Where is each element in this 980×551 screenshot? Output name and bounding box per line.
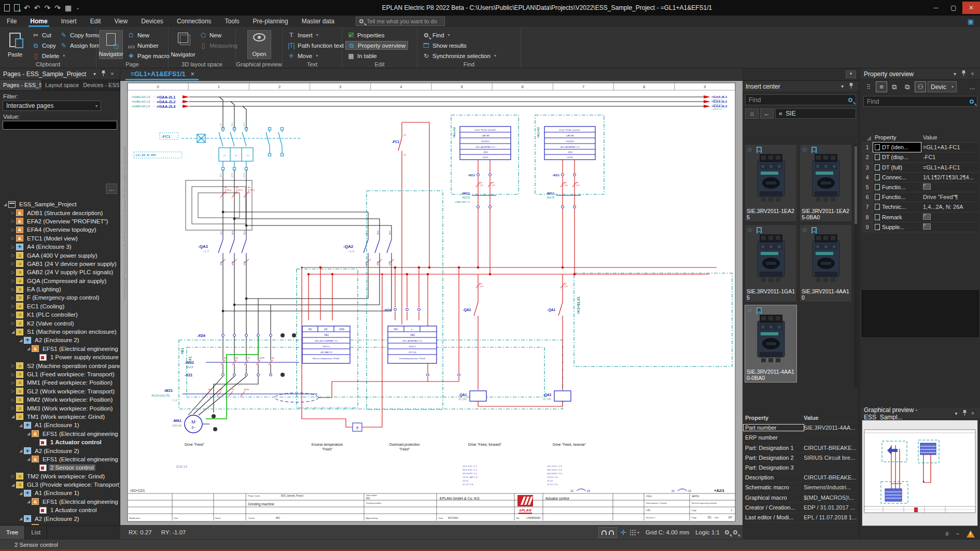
back-button[interactable]: ←	[760, 108, 774, 119]
delete-button[interactable]: ▯Delete▾	[30, 51, 67, 60]
grid-icon[interactable]	[629, 529, 636, 536]
tree-item[interactable]: ▷≡F (Emergency-stop control)	[0, 293, 120, 302]
tree-item[interactable]: ▷&ETC1 (Model view)	[0, 234, 120, 243]
menu-edit[interactable]: Edit	[83, 16, 108, 27]
tree-item[interactable]: ▷≡K1 (PLC controller)	[0, 310, 120, 319]
tree-item[interactable]: ◢✦A2 (Enclosure 2)	[0, 336, 120, 344]
3d-new-button[interactable]: ⬡New	[198, 31, 240, 39]
tree-item[interactable]: ◢✦A2 (Enclosure 2)	[0, 446, 120, 455]
menu-insert[interactable]: Insert	[54, 16, 83, 27]
tree-item[interactable]: ◢✦A2 (Enclosure 2)	[0, 514, 120, 522]
favorite-star-icon[interactable]: ☆	[802, 226, 808, 234]
undo-history-icon[interactable]: ↶	[34, 4, 40, 11]
tree-expander-icon[interactable]: ▷	[10, 236, 16, 241]
chevron-down-icon[interactable]: ▾	[952, 411, 960, 416]
chevron-down-icon[interactable]: ▾	[90, 71, 99, 77]
property-row[interactable]: 4Connec...1/L1¶2/T1¶3/L2¶4...	[862, 173, 979, 182]
menu-home[interactable]: Home	[23, 16, 54, 27]
detail-row[interactable]: Last editor / Modi...EPL / 11.07.2018 1.…	[744, 513, 858, 522]
list-view-icon[interactable]: ≡	[876, 81, 887, 92]
zoom-in-icon[interactable]	[725, 530, 729, 534]
warning-icon[interactable]	[967, 530, 975, 538]
tree-expander-icon[interactable]: ▷	[10, 261, 16, 266]
close-button[interactable]: ✕	[962, 2, 980, 14]
preview-open-button[interactable]: Open	[247, 30, 271, 59]
tree-view-icon[interactable]: ⫶⫶	[863, 81, 874, 92]
tree-item[interactable]: ◢&EFS1 (Electrical engineering sch...	[0, 430, 120, 438]
property-row[interactable]: 2DT (disp...-FC1	[862, 152, 979, 162]
tree-expander-icon[interactable]: ▷	[10, 295, 16, 300]
graphical-preview-body[interactable]	[862, 420, 978, 526]
plc-box-ke2[interactable]: IN3 + - -KE2 =K1+A2&EFA1/ 2.5 %IX3.2 -FC…	[388, 326, 437, 363]
tree-expander-icon[interactable]: ◢	[10, 483, 16, 487]
collapse-icon[interactable]: ▾	[846, 70, 856, 78]
tree-expander-icon[interactable]: ▷	[10, 253, 16, 258]
tree-item[interactable]: ▷≡K2 (Valve control)	[0, 319, 120, 327]
property-row[interactable]: 5Functio...	[862, 182, 979, 192]
tree-item[interactable]: 2 Sensor control	[0, 463, 120, 472]
tab-list[interactable]: List	[25, 526, 47, 539]
detail-row[interactable]: Part: Designation 1CIRCUIT-BREAKE...	[744, 443, 858, 453]
redo-history-icon[interactable]: ↷	[54, 4, 61, 11]
measuring-button[interactable]: ▯Measuring	[198, 41, 240, 50]
menu-master-data[interactable]: Master data	[295, 16, 341, 27]
part-card[interactable]: ☆SIE.3RV2011-1EA25	[745, 144, 797, 222]
tree-item[interactable]: ◢≡GL3 (Provide workpiece: Transport)	[0, 481, 120, 489]
tree-expander-icon[interactable]: ◢	[10, 414, 16, 419]
maximize-button[interactable]: ▢	[945, 2, 962, 14]
tree-item[interactable]: ▷≡GAB1 (24 V device power supply)	[0, 260, 120, 268]
detail-row[interactable]: Schematic macroSiemens\Industri...	[744, 483, 858, 492]
properties-button[interactable]: 🗹Properties	[345, 31, 408, 39]
tree-item[interactable]: ◢≡S1 (Machine operation enclosure)	[0, 328, 120, 336]
paste-icon[interactable]: ⧉	[902, 81, 913, 92]
detail-row[interactable]: ERP number	[744, 433, 858, 443]
property-row[interactable]: 8Remark	[862, 213, 979, 222]
detail-row[interactable]: DescriptionCIRCUIT-BREAKE...	[744, 473, 858, 483]
favorite-star-icon[interactable]: ☆	[747, 306, 753, 314]
more-button[interactable]: ...	[967, 81, 978, 92]
tree-item[interactable]: ▷≡MM1 (Feed workpiece: Position)	[0, 378, 120, 387]
tree-expander-icon[interactable]: ◢	[18, 516, 24, 521]
pin-icon[interactable]	[960, 410, 969, 417]
tree-expander-icon[interactable]: ▷	[10, 474, 16, 478]
favorite-star-icon[interactable]: ☆	[747, 226, 753, 234]
favorite-star-icon[interactable]: ☆	[747, 146, 753, 153]
property-overview-button[interactable]: ⧉Property overview	[345, 41, 408, 50]
tree-item[interactable]: ◢&EFS1 (Electrical engineering sch...	[0, 455, 120, 463]
plc-box-forward[interactable]: Drive "Feed, forward" -QA2:A1 %QX4.5 =K1…	[460, 126, 511, 160]
tellme-search[interactable]: Tell me what you want to do	[356, 17, 445, 26]
tree-expander-icon[interactable]: ◢	[2, 202, 8, 207]
chevron-down-icon[interactable]: ▾	[838, 83, 847, 89]
redo-icon[interactable]: ↷	[44, 4, 50, 11]
plc-box-reverse[interactable]: Drive "Feed, reverse" -QA1:A1 %QX4.6 =K1…	[544, 126, 595, 160]
property-row[interactable]: 7Technic...1,4...2A, N: 26A	[862, 202, 979, 212]
path-function-text-button[interactable]: |T|Path function text	[286, 41, 346, 50]
tree-expander-icon[interactable]: ▷	[10, 372, 16, 377]
copy-icon[interactable]: ⧉	[889, 81, 900, 92]
property-row[interactable]: 1DT (iden...=GL1+A1-FC1	[862, 143, 979, 152]
tree-item[interactable]: ▷≡S2 (Machine operation control panel)	[0, 361, 120, 370]
tree-expander-icon[interactable]: ▷	[10, 321, 16, 326]
tree-expander-icon[interactable]: ▷	[10, 270, 16, 275]
tree-item[interactable]: ▷&EFA2 (Overview "PROFINET")	[0, 217, 120, 225]
close-icon[interactable]: ×	[108, 71, 117, 77]
tree-item[interactable]: ▷≡EC1 (Cooling)	[0, 302, 120, 310]
tree-expander-icon[interactable]: ◢	[25, 346, 32, 351]
filter-user-icon[interactable]: ⚇	[915, 81, 926, 92]
document-tab[interactable]: =GL1+A1&EFS1/1×	[125, 70, 199, 80]
menu-devices[interactable]: Devices	[134, 16, 170, 27]
tree-item[interactable]: ◢&EFS1 (Electrical engineering sch...	[0, 345, 120, 353]
tree-item[interactable]: ▷≡GL1 (Feed workpiece: Transport)	[0, 370, 120, 378]
tree-item[interactable]: ▷✦A4 (Enclosure 3)	[0, 243, 120, 251]
plc-box-ke1[interactable]: IN1 LM GND -KE1 =K1+B1.X1&EFA1/ 1.5 %IX7…	[302, 326, 350, 363]
tree-expander-icon[interactable]: ◢	[25, 431, 32, 436]
drawing-area[interactable]: 0123456789 Protected by copyright. Passi…	[120, 81, 743, 525]
tree-expander-icon[interactable]: ▷	[10, 313, 16, 317]
breadcrumb[interactable]: « SIE	[775, 108, 856, 119]
close-icon[interactable]: ×	[969, 411, 977, 416]
paste-button[interactable]: Paste	[3, 30, 27, 59]
chevron-down-icon[interactable]: ▾	[950, 71, 959, 77]
tree-item[interactable]: ▷≡MM2 (Work workpiece: Position)	[0, 395, 120, 404]
tree-item[interactable]: ▷≡GL2 (Work workpiece: Transport)	[0, 387, 120, 395]
tab-devices[interactable]: Devices - ESS_...	[80, 80, 120, 90]
